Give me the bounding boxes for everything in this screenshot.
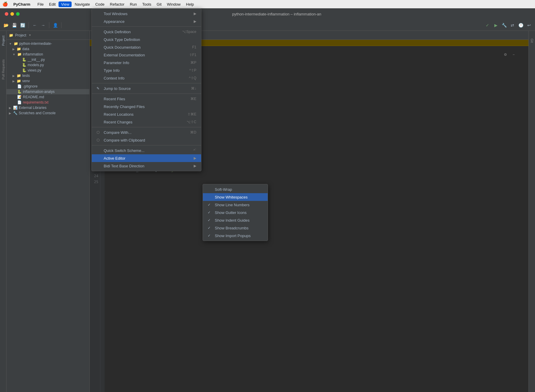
recently-changed-label: Recently Changed Files [104, 104, 145, 109]
sep-4 [92, 127, 201, 127]
menu-view[interactable]: View [59, 1, 72, 7]
menu-item-recent-files[interactable]: Recent Files ⌘E [92, 95, 201, 103]
menu-window[interactable]: Window [165, 1, 183, 7]
menu-item-quick-doc[interactable]: Quick Documentation F1 [92, 43, 201, 51]
tool-windows-arrow: ▶ [194, 12, 196, 16]
submenu-item-show-import-popups[interactable]: ✓ Show Import Popups [203, 232, 268, 239]
show-whitespaces-label: Show Whitespaces [215, 195, 248, 199]
external-doc-label: External Documentation [104, 53, 145, 57]
tree-item-inflammation[interactable]: ▼ 📁 inflammation [7, 52, 89, 57]
menu-item-bidi[interactable]: Bidi Text Base Direction ▶ [92, 162, 201, 170]
right-sidebar-item-1[interactable]: Git [530, 37, 534, 45]
appearance-label: Appearance [104, 19, 124, 24]
menu-item-compare-clipboard[interactable]: ⬡ Compare with Clipboard [92, 136, 201, 144]
menu-help[interactable]: Help [184, 1, 196, 7]
menu-item-jump-source[interactable]: ✎ Jump to Source ⌘↓ [92, 85, 201, 92]
close-button[interactable] [5, 12, 8, 16]
save-button[interactable]: 💾 [11, 22, 18, 29]
undo-icon[interactable]: ↩ [525, 22, 533, 29]
tree-item-tests[interactable]: ▶ 📁 tests [7, 73, 89, 78]
tree-item-root[interactable]: ▼ 📁 python-intermediate- [7, 41, 89, 46]
menu-edit[interactable]: Edit [47, 1, 58, 7]
sidebar-tab-project[interactable]: Project [1, 33, 6, 48]
submenu-item-show-indent-guides[interactable]: ✓ Show Indent Guides [203, 216, 268, 224]
submenu-item-show-whitespaces[interactable]: Show Whitespaces [203, 193, 268, 201]
menu-item-quick-switch[interactable]: Quick Switch Scheme... ^` [92, 147, 201, 154]
tree-arrow: ▶ [9, 112, 11, 115]
tree-arrow: ▶ [9, 106, 11, 109]
menu-item-recent-locations[interactable]: Recent Locations ⇧⌘E [92, 110, 201, 118]
project-dropdown-arrow[interactable]: ▾ [29, 33, 31, 37]
submenu-item-show-gutter-icons[interactable]: ✓ Show Gutter Icons [203, 209, 268, 216]
gutter-25 [100, 179, 105, 185]
menu-item-compare-with[interactable]: ⬡ Compare With... ⌘D [92, 128, 201, 136]
open-folder-button[interactable]: 📂 [2, 22, 10, 29]
apple-icon[interactable]: 🍎 [2, 1, 8, 7]
jump-source-icon: ✎ [97, 86, 101, 91]
app-name[interactable]: PyCharm [11, 1, 33, 7]
tree-item-requirements[interactable]: 📄 requirements.txt [7, 100, 89, 105]
menu-item-recently-changed[interactable]: Recently Changed Files [92, 103, 201, 110]
tree-label-scratches: Scratches and Console [19, 111, 56, 115]
vcs-icon[interactable]: ⇄ [509, 22, 516, 29]
tree-item-gitignore[interactable]: 📄 .gitignore [7, 84, 89, 89]
quick-switch-label: Quick Switch Scheme... [104, 148, 144, 153]
compare-clipboard-icon: ⬡ [97, 138, 101, 142]
tree-item-models[interactable]: 🐍 models.py [7, 62, 89, 68]
tree-item-analysis[interactable]: 🐍 inflammation-analys [7, 89, 89, 94]
check-icon[interactable]: ✓ [484, 22, 491, 29]
folder-icon: 📁 [17, 79, 21, 83]
menu-item-external-doc[interactable]: External Documentation ⇧F1 [92, 51, 201, 59]
recent-changes-shortcut: ⌥⇧C [187, 120, 196, 124]
menu-tools[interactable]: Tools [140, 1, 154, 7]
menu-item-quick-type-def[interactable]: Quick Type Definition [92, 36, 201, 43]
maximize-button[interactable] [16, 12, 20, 16]
user-button[interactable]: 👤 [52, 22, 59, 29]
menu-refactor[interactable]: Refactor [108, 1, 127, 7]
menu-item-appearance[interactable]: Appearance ▶ [92, 18, 201, 25]
history-icon[interactable]: 🕐 [517, 22, 524, 29]
show-import-popups-check: ✓ [208, 234, 212, 238]
menu-file[interactable]: File [35, 1, 46, 7]
folder-icon: 📁 [9, 33, 13, 37]
tree-item-scratches[interactable]: ▶ 🔧 Scratches and Console [7, 110, 89, 116]
menu-item-type-info[interactable]: Type Info ^⇧P [92, 66, 201, 74]
submenu-item-soft-wrap[interactable]: Soft-Wrap [203, 185, 268, 193]
tree-item-data[interactable]: ▶ 📁 data [7, 46, 89, 52]
project-label: Project [15, 33, 26, 37]
minimize-editor-icon[interactable]: − [510, 51, 517, 58]
menu-code[interactable]: Code [93, 1, 107, 7]
menu-item-recent-changes[interactable]: Recent Changes ⌥⇧C [92, 118, 201, 126]
show-gutter-icons-check: ✓ [208, 210, 212, 215]
menu-item-context-info[interactable]: Context Info ^⇧Q [92, 74, 201, 82]
traffic-lights [5, 12, 20, 16]
jump-source-shortcut: ⌘↓ [191, 86, 196, 91]
tree-item-readme[interactable]: 📝 README.md [7, 94, 89, 100]
sync-button[interactable]: 🔄 [19, 22, 26, 29]
sidebar-tab-pull-requests[interactable]: Pull Requests [1, 57, 6, 82]
gear-icon[interactable]: ⚙ [502, 51, 509, 58]
minimize-button[interactable] [10, 12, 14, 16]
menu-navigate[interactable]: Navigate [72, 1, 92, 7]
menu-run[interactable]: Run [127, 1, 139, 7]
submenu-item-show-line-numbers[interactable]: ✓ Show Line Numbers [203, 201, 268, 209]
run-icon[interactable]: ▶ [492, 22, 499, 29]
back-button[interactable]: ← [31, 22, 38, 29]
menu-git[interactable]: Git [154, 1, 164, 7]
submenu-item-show-breadcrumbs[interactable]: ✓ Show Breadcrumbs [203, 224, 268, 232]
debug-icon[interactable]: 🔧 [501, 22, 508, 29]
external-doc-shortcut: ⇧F1 [189, 53, 196, 57]
tree-label-models: models.py [28, 63, 44, 67]
menu-item-quick-definition[interactable]: Quick Definition ⌥Space [92, 28, 201, 36]
tree-item-init[interactable]: 🐍 __init__.py [7, 57, 89, 62]
menu-item-tool-windows[interactable]: Tool Windows ▶ [92, 10, 201, 18]
menu-item-active-editor[interactable]: Active Editor ▶ [92, 154, 201, 162]
tree-item-views[interactable]: 🐍 views.py [7, 68, 89, 73]
forward-button[interactable]: → [40, 22, 47, 29]
tree-item-venv[interactable]: ▶ 📁 venv [7, 78, 89, 84]
menu-item-param-info[interactable]: Parameter Info ⌘P [92, 59, 201, 66]
context-info-shortcut: ^⇧Q [189, 76, 196, 80]
right-sidebar: Git [528, 31, 535, 392]
bidi-label: Bidi Text Base Direction [104, 164, 144, 168]
tree-item-ext-libs[interactable]: ▶ 📊 External Libraries [7, 105, 89, 110]
